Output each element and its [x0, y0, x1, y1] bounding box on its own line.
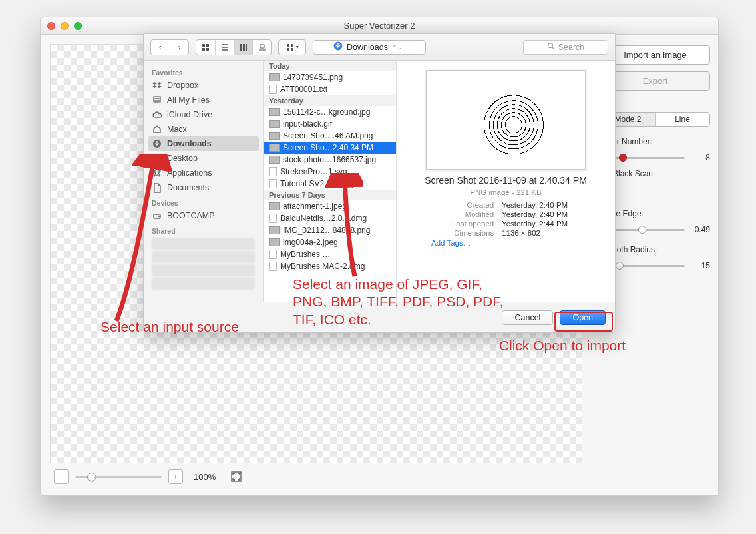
thumbnail-icon — [269, 132, 280, 140]
thumbnail-icon — [269, 120, 280, 128]
sidebar-item-label: Documents — [167, 183, 209, 192]
sidebar: Favorites DropboxAll My FilesiCloud Driv… — [144, 61, 264, 302]
smooth-radius-label: Smooth Radius: — [600, 245, 710, 254]
thumbnail-icon — [269, 144, 280, 152]
file-row[interactable]: input-black.gif — [264, 118, 396, 130]
forward-button[interactable]: › — [170, 40, 188, 55]
zoom-bar: − + 100% — [50, 463, 582, 490]
black-scan-label: Black Scan — [613, 169, 653, 178]
file-row[interactable]: Tutorial-SV2.docx.zip — [264, 178, 396, 190]
add-tags-link[interactable]: Add Tags… — [431, 239, 471, 247]
file-name: Screen Sho…2.40.34 PM — [283, 143, 373, 152]
search-input[interactable]: Search — [523, 40, 608, 55]
sidebar-item-label: iCloud Drive — [167, 110, 212, 119]
column-group-header: Today — [264, 61, 396, 71]
coverflow-view-button[interactable] — [252, 40, 271, 55]
sidebar-item-all-my-files[interactable]: All My Files — [144, 93, 263, 107]
arrange-menu[interactable]: ▾ — [278, 39, 306, 55]
meta-value: Yesterday, 2:40 PM — [502, 210, 604, 218]
zoom-slider[interactable] — [75, 476, 162, 478]
preview-column: Screen Shot 2016-11-09 at 2.40.34 PM PNG… — [397, 61, 615, 302]
svg-rect-15 — [154, 97, 160, 102]
tab-line[interactable]: Line — [655, 113, 709, 126]
meta-row: CreatedYesterday, 2:40 PM — [407, 200, 604, 210]
sidebar-item-dropbox[interactable]: Dropbox — [144, 78, 263, 93]
sidebar-item-desktop[interactable]: Desktop — [144, 151, 263, 166]
zoom-out-button[interactable]: − — [54, 469, 69, 484]
import-image-button[interactable]: Import an Image — [600, 45, 710, 65]
file-name: StrekenPro…1.svg — [280, 167, 347, 176]
svg-rect-3 — [202, 48, 205, 51]
column-group-header: Previous 7 Days — [264, 190, 396, 200]
file-row[interactable]: StrekenPro…1.svg — [264, 166, 396, 178]
file-name: ATT00001.txt — [280, 85, 327, 94]
file-row[interactable]: stock-photo…1666537.jpg — [264, 154, 396, 166]
documents-icon — [152, 182, 162, 193]
cancel-button[interactable]: Cancel — [502, 310, 553, 325]
open-button[interactable]: Open — [560, 310, 606, 325]
meta-key: Dimensions — [407, 229, 494, 237]
sidebar-item-label: BOOTCAMP — [167, 211, 215, 220]
sidebar-item-downloads[interactable]: Downloads — [148, 136, 259, 151]
shared-item[interactable] — [152, 278, 255, 290]
file-row[interactable]: MyBrushes MAC-2.dmg — [264, 260, 396, 272]
document-icon — [269, 179, 277, 188]
fit-to-screen-icon[interactable] — [229, 469, 244, 484]
shared-item[interactable] — [152, 264, 255, 276]
back-button[interactable]: ‹ — [151, 40, 170, 55]
sidebar-item-icloud-drive[interactable]: iCloud Drive — [144, 107, 263, 122]
sidebar-item-label: Applications — [167, 168, 212, 178]
sidebar-item-applications[interactable]: Applications — [144, 166, 263, 180]
preview-subtitle: PNG image - 221 KB — [470, 188, 541, 196]
file-column[interactable]: Today1478739451.pngATT00001.txtYesterday… — [264, 61, 397, 302]
sheet-toolbar: ‹ › ▾ Downlo — [144, 34, 615, 61]
arrange-button[interactable]: ▾ — [279, 40, 305, 55]
view-mode-buttons[interactable] — [196, 39, 272, 55]
list-view-button[interactable] — [215, 40, 234, 55]
nav-back-forward[interactable]: ‹ › — [150, 39, 189, 55]
sidebar-item-documents[interactable]: Documents — [144, 180, 263, 195]
meta-value: 756 × 534 — [502, 229, 604, 237]
file-row[interactable]: IMG_02112…84848.png — [264, 224, 396, 236]
trace-edge-value: 0.49 — [690, 225, 710, 234]
file-row[interactable]: 1478739451.png — [264, 71, 396, 83]
meta-key: Modified — [407, 210, 494, 218]
all-my-files-icon — [152, 95, 162, 105]
sidebar-item-bootcamp[interactable]: BOOTCAMP — [144, 208, 263, 223]
titlebar[interactable]: Super Vectorizer 2 — [41, 17, 718, 35]
file-row[interactable]: 1561142-c…kground.jpg — [264, 106, 396, 118]
color-number-value: 8 — [690, 153, 710, 162]
zoom-in-button[interactable]: + — [168, 469, 183, 484]
file-row[interactable]: Screen Sho….46 AM.png — [264, 130, 396, 142]
drive-icon — [152, 210, 162, 221]
thumbnail-icon — [269, 73, 280, 81]
svg-rect-1 — [202, 44, 205, 47]
location-popup[interactable]: Downloads ⌃⌄ — [313, 40, 426, 55]
thumbnail-icon — [269, 156, 280, 164]
thumbnail-icon — [269, 226, 280, 234]
icloud-drive-icon — [152, 109, 162, 120]
file-name: attachment-1.jpeg — [283, 202, 347, 211]
downloads-icon — [152, 138, 162, 149]
file-row[interactable]: Screen Sho…2.40.34 PM — [264, 142, 396, 154]
column-view-button[interactable] — [234, 40, 252, 55]
file-row[interactable]: attachment-1.jpeg — [264, 200, 396, 212]
shared-item[interactable] — [152, 238, 255, 250]
smooth-radius-value: 15 — [690, 261, 710, 270]
file-row[interactable]: MyBrushes … — [264, 248, 396, 260]
icon-view-button[interactable] — [196, 40, 215, 55]
meta-row: Dimensions1136 × 802 — [407, 228, 604, 238]
file-row[interactable]: ATT00001.txt — [264, 83, 396, 95]
svg-rect-4 — [206, 48, 209, 51]
mode-tabs[interactable]: Mode 2 Line — [600, 112, 710, 127]
macx-icon — [152, 124, 162, 134]
file-name: 1478739451.png — [283, 73, 343, 82]
file-row[interactable]: BaiduNetdis…2.0.0.dmg — [264, 212, 396, 224]
file-name: 1561142-c…kground.jpg — [283, 107, 370, 117]
sidebar-item-label: Dropbox — [167, 81, 198, 90]
preview-metadata: CreatedYesterday, 2:40 PMModifiedYesterd… — [407, 200, 604, 238]
shared-item[interactable] — [152, 251, 255, 263]
file-row[interactable]: img004a-2.jpeg — [264, 236, 396, 248]
downloads-folder-icon — [333, 41, 343, 53]
sidebar-item-macx[interactable]: Macx — [144, 122, 263, 136]
